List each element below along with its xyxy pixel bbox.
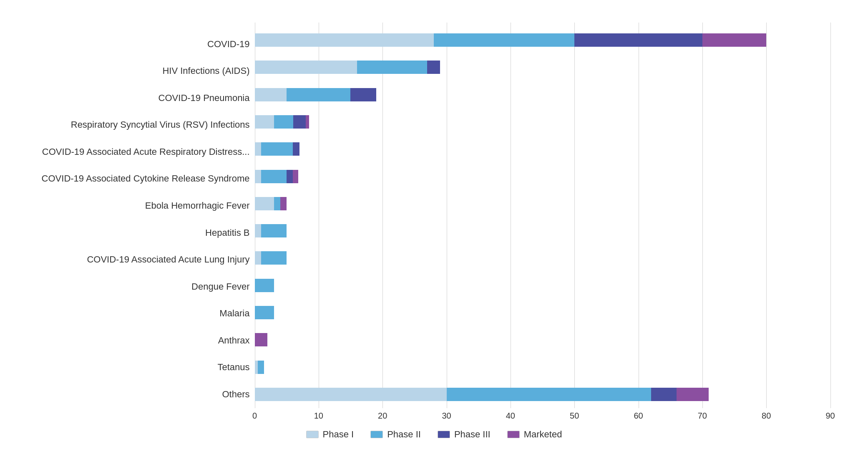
bar-0-phase1 [255,33,434,47]
bar-row-3 [255,114,830,130]
bar-8-phase1 [255,251,261,265]
x-label-9: 90 [825,411,835,421]
bar-row-8 [255,250,830,266]
legend-swatch-phase3 [438,431,450,438]
legend-label-marketed: Marketed [524,429,562,440]
bar-5-marketed [293,170,298,183]
bar-1-phase3 [427,61,440,74]
bar-7-phase1 [255,224,261,237]
legend-label-phase2: Phase II [387,429,421,440]
x-label-7: 70 [698,411,707,421]
bar-row-0 [255,32,830,48]
bar-9-phase2 [255,279,274,292]
bar-0-phase2 [434,33,574,47]
bar-row-6 [255,196,830,212]
bar-row-10 [255,305,830,321]
bar-4-phase2 [261,142,293,156]
bar-1-phase1 [255,61,357,74]
y-label-0: COVID-19 [38,39,255,50]
x-label-2: 20 [378,411,387,421]
bar-row-1 [255,59,830,75]
legend-swatch-phase2 [370,431,383,438]
legend-item-phase2: Phase II [370,429,421,440]
y-label-9: Dengue Fever [38,281,255,292]
legend-item-marketed: Marketed [507,429,562,440]
y-label-5: COVID-19 Associated Cytokine Release Syn… [38,173,255,184]
bar-13-marketed [677,388,709,401]
bar-5-phase1 [255,170,261,183]
bar-2-phase3 [350,88,376,101]
legend-swatch-marketed [507,431,520,438]
bars-wrapper [255,27,830,408]
bar-6-phase2 [274,197,280,210]
y-label-8: COVID-19 Associated Acute Lung Injury [38,254,255,265]
bar-3-phase1 [255,115,274,129]
bar-row-12 [255,359,830,375]
bar-7-phase2 [261,224,287,237]
bars-and-grid: 0102030405060708090 [255,23,830,421]
bar-13-phase3 [651,388,677,401]
bar-row-11 [255,332,830,348]
bar-row-13 [255,386,830,402]
y-label-3: Respiratory Syncytial Virus (RSV) Infect… [38,119,255,130]
x-axis-labels: 0102030405060708090 [255,408,830,421]
y-label-10: Malaria [38,308,255,319]
chart-container: COVID-19HIV Infections (AIDS)COVID-19 Pn… [38,23,830,440]
bar-4-phase1 [255,142,261,156]
legend: Phase IPhase IIPhase IIIMarketed [38,421,830,440]
bar-13-phase2 [447,388,652,401]
x-label-5: 50 [570,411,579,421]
y-label-4: COVID-19 Associated Acute Respiratory Di… [38,146,255,157]
bar-5-phase2 [261,170,287,183]
legend-item-phase3: Phase III [438,429,491,440]
y-axis-labels: COVID-19HIV Infections (AIDS)COVID-19 Pn… [38,23,255,421]
y-label-12: Tetanus [38,362,255,373]
chart-area: COVID-19HIV Infections (AIDS)COVID-19 Pn… [38,23,830,421]
y-label-7: Hepatitis B [38,227,255,238]
bar-3-phase3 [293,115,306,129]
bar-6-phase1 [255,197,274,210]
grid-line-9 [830,23,831,408]
x-label-3: 30 [442,411,451,421]
bar-1-phase2 [357,61,428,74]
bar-12-phase1 [255,361,258,374]
bar-0-phase3 [574,33,702,47]
bar-row-5 [255,169,830,184]
bar-12-phase2 [258,361,264,374]
bar-13-phase1 [255,388,447,401]
y-label-1: HIV Infections (AIDS) [38,66,255,76]
bar-4-phase3 [293,142,299,156]
y-label-13: Others [38,389,255,400]
x-label-0: 0 [252,411,257,421]
bar-8-phase2 [261,251,287,265]
bar-2-phase1 [255,88,287,101]
bar-0-marketed [702,33,766,47]
x-label-6: 60 [634,411,643,421]
bar-row-4 [255,141,830,157]
bar-11-marketed [255,333,268,346]
x-label-4: 40 [506,411,515,421]
bar-row-7 [255,223,830,239]
y-label-2: COVID-19 Pneumonia [38,93,255,104]
legend-label-phase3: Phase III [454,429,491,440]
bar-row-2 [255,87,830,103]
legend-swatch-phase1 [306,431,319,438]
bar-10-phase2 [255,306,274,319]
bar-5-phase3 [287,170,293,183]
bar-6-marketed [280,197,287,210]
x-label-1: 10 [314,411,323,421]
bar-3-phase2 [274,115,293,129]
bar-2-phase2 [287,88,350,101]
y-label-11: Anthrax [38,335,255,346]
bar-row-9 [255,278,830,293]
bar-3-marketed [306,115,309,129]
legend-item-phase1: Phase I [306,429,354,440]
y-label-6: Ebola Hemorrhagic Fever [38,200,255,211]
legend-label-phase1: Phase I [323,429,354,440]
x-label-8: 80 [762,411,771,421]
